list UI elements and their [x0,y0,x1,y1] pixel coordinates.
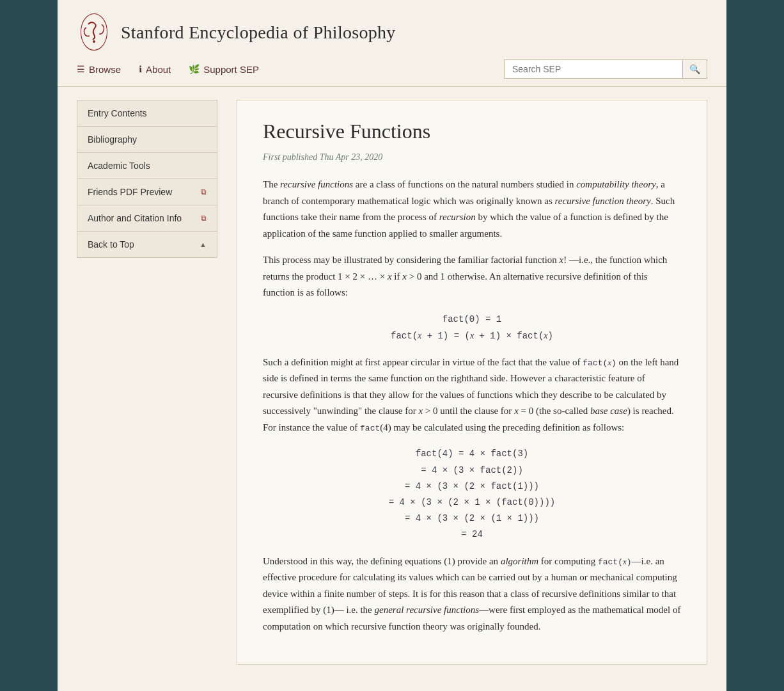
search-input[interactable] [504,60,683,79]
sidebar-friends-pdf-label: Friends PDF Preview [88,187,172,197]
external-link-icon: ⧉ [201,187,207,196]
sidebar-entry-contents-label: Entry Contents [88,108,147,118]
search-button[interactable]: 🔍 [683,60,707,79]
math-line-1: fact(0) = 1 [263,312,681,328]
math-fact-line-2: = 4 × (3 × fact(2)) [263,463,681,479]
math-line-2: fact(x + 1) = (x + 1) × fact(x) [263,328,681,344]
browse-label: Browse [89,64,121,75]
leaf-icon: 🌿 [189,64,200,74]
about-link[interactable]: ℹ About [139,64,171,75]
site-title: Stanford Encyclopedia of Philosophy [121,22,396,43]
about-label: About [146,64,171,75]
support-link[interactable]: 🌿 Support SEP [189,64,259,75]
article-paragraph-3: Such a definition might at first appear … [263,354,681,436]
math-fact-line-3: = 4 × (3 × (2 × fact(1))) [263,479,681,495]
browse-icon: ☰ [77,64,85,74]
math-fact-line-4: = 4 × (3 × (2 × 1 × (fact(0)))) [263,495,681,511]
math-fact-line-5: = 4 × (3 × (2 × (1 × 1))) [263,511,681,527]
article-title: Recursive Functions [263,120,681,143]
article-paragraph-2: This process may be illustrated by consi… [263,252,681,301]
main-layout: Entry Contents Bibliography Academic Too… [58,87,726,678]
sidebar-bibliography-label: Bibliography [88,134,137,145]
sidebar-author-citation-label: Author and Citation Info [88,213,182,223]
math-block-1: fact(0) = 1 fact(x + 1) = (x + 1) × fact… [263,312,681,344]
svg-point-2 [93,40,95,43]
nav-links: ☰ Browse ℹ About 🌿 Support SEP [77,64,259,75]
sidebar-item-academic-tools[interactable]: Academic Tools [77,153,217,179]
sidebar-item-entry-contents[interactable]: Entry Contents [77,100,217,127]
info-icon: ℹ [139,64,142,74]
browse-link[interactable]: ☰ Browse [77,64,121,75]
math-block-2: fact(4) = 4 × fact(3) = 4 × (3 × fact(2)… [263,446,681,543]
chevron-up-icon: ▲ [200,241,207,248]
sidebar: Entry Contents Bibliography Academic Too… [77,100,217,258]
math-fact-line-6: = 24 [263,527,681,543]
sidebar-item-back-to-top[interactable]: Back to Top ▲ [77,232,217,257]
support-label: Support SEP [203,64,259,75]
external-link-icon-2: ⧉ [201,214,207,223]
first-published: First published Thu Apr 23, 2020 [263,152,681,163]
sep-logo-icon [77,12,112,53]
sidebar-item-bibliography[interactable]: Bibliography [77,127,217,153]
sidebar-back-to-top-label: Back to Top [88,239,134,250]
sidebar-academic-tools-label: Academic Tools [88,161,150,171]
sidebar-item-friends-pdf[interactable]: Friends PDF Preview ⧉ [77,179,217,205]
search-area: 🔍 [504,60,707,79]
article-paragraph-1: The recursive functions are a class of f… [263,177,681,242]
math-fact-line-1: fact(4) = 4 × fact(3) [263,446,681,462]
article-content: Recursive Functions First published Thu … [237,100,707,665]
logo-area: Stanford Encyclopedia of Philosophy [77,12,396,53]
article-paragraph-4: Understood in this way, the defining equ… [263,553,681,635]
sidebar-item-author-citation[interactable]: Author and Citation Info ⧉ [77,205,217,232]
site-header: Stanford Encyclopedia of Philosophy [58,0,726,53]
navigation-bar: ☰ Browse ℹ About 🌿 Support SEP 🔍 [58,53,726,87]
